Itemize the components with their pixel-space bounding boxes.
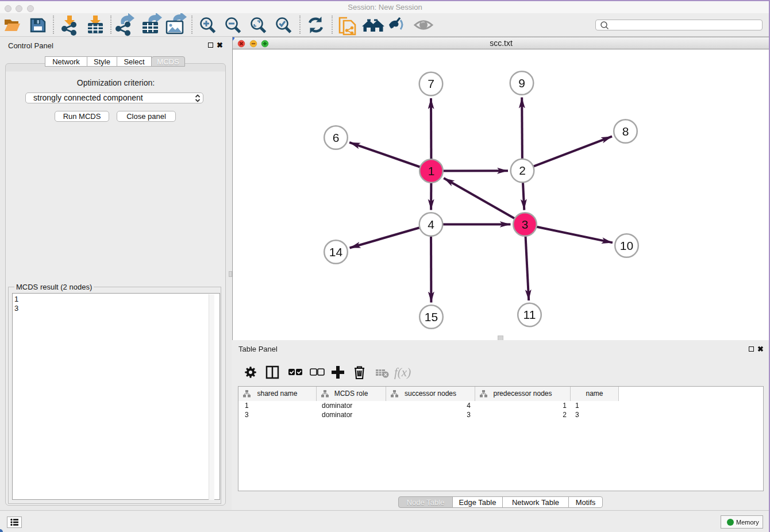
svg-text:8: 8 — [622, 125, 629, 138]
svg-text:9: 9 — [518, 76, 525, 90]
svg-text:10: 10 — [620, 239, 633, 252]
svg-text:6: 6 — [333, 131, 340, 144]
svg-text:2: 2 — [519, 164, 526, 177]
svg-text:11: 11 — [523, 308, 536, 321]
svg-text:f(x): f(x) — [394, 365, 411, 379]
svg-text:7: 7 — [428, 77, 434, 90]
svg-text:15: 15 — [425, 310, 438, 323]
svg-text:1: 1 — [428, 164, 435, 178]
svg-text:4: 4 — [428, 218, 434, 231]
svg-text:3: 3 — [522, 218, 529, 231]
svg-text:14: 14 — [329, 245, 343, 259]
